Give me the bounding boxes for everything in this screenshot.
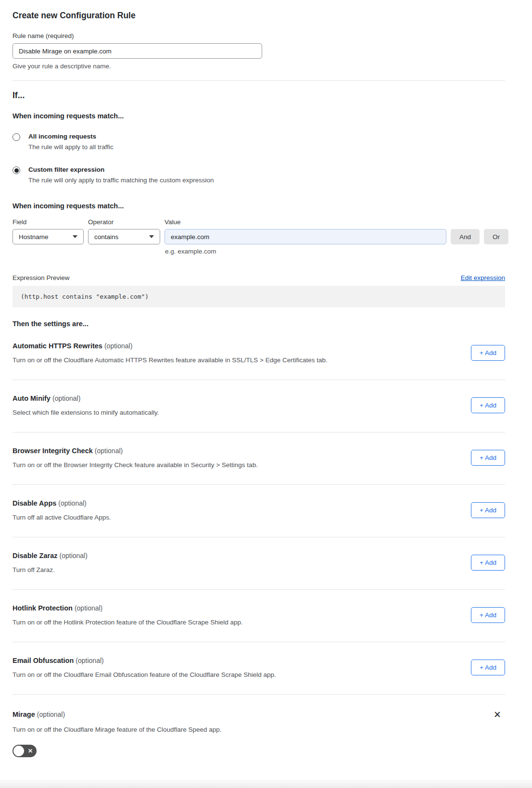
setting-row: Email Obfuscation (optional) Turn on or … xyxy=(13,642,505,695)
radio-option-description: The rule will only apply to traffic matc… xyxy=(28,177,214,184)
radio-option-custom-filter[interactable]: Custom filter expression The rule will o… xyxy=(13,166,505,184)
setting-description: Turn on or off the Cloudflare Automatic … xyxy=(13,356,328,364)
setting-row: Disable Apps (optional) Turn off all act… xyxy=(13,485,505,537)
rule-name-label: Rule name (required) xyxy=(13,32,505,39)
setting-title: Email Obfuscation (optional) xyxy=(13,657,276,664)
setting-title: Disable Zaraz (optional) xyxy=(13,552,88,559)
setting-name: Browser Integrity Check xyxy=(13,447,93,455)
setting-row: Hotlink Protection (optional) Turn on or… xyxy=(13,590,505,642)
setting-title: Automatic HTTPS Rewrites (optional) xyxy=(13,342,328,350)
page-title: Create new Configuration Rule xyxy=(13,11,505,21)
edit-expression-link[interactable]: Edit expression xyxy=(461,274,505,281)
setting-title: Browser Integrity Check (optional) xyxy=(13,447,258,455)
and-button[interactable]: And xyxy=(451,229,480,244)
radio-option-all-incoming[interactable]: All incoming requests The rule will appl… xyxy=(13,133,505,151)
setting-name: Hotlink Protection xyxy=(13,604,73,612)
value-input[interactable] xyxy=(165,229,446,244)
setting-optional-label: (optional) xyxy=(52,394,80,402)
operator-label: Operator xyxy=(88,218,160,226)
radio-option-label: All incoming requests xyxy=(28,133,114,140)
if-heading: If... xyxy=(13,90,505,101)
setting-row: Automatic HTTPS Rewrites (optional) Turn… xyxy=(13,328,505,380)
add-button[interactable]: + Add xyxy=(471,345,505,361)
value-hint: e.g. example.com xyxy=(165,248,505,255)
setting-title: Disable Apps (optional) xyxy=(13,499,111,507)
setting-description: Turn off all active Cloudflare Apps. xyxy=(13,514,111,521)
mirage-title: Mirage xyxy=(13,711,35,718)
toggle-off-icon: ✕ xyxy=(28,748,33,754)
match-heading: When incoming requests match... xyxy=(13,112,505,120)
value-label: Value xyxy=(165,218,446,226)
setting-row: Auto Minify (optional) Select which file… xyxy=(13,380,505,432)
setting-description: Turn on or off the Browser Integrity Che… xyxy=(13,461,258,469)
operator-select[interactable]: contains xyxy=(88,229,160,244)
setting-name: Disable Zaraz xyxy=(13,552,58,559)
setting-optional-label: (optional) xyxy=(76,657,103,664)
add-button[interactable]: + Add xyxy=(471,502,505,518)
section-divider xyxy=(13,80,505,81)
setting-name: Disable Apps xyxy=(13,499,56,507)
radio-button-all-incoming[interactable] xyxy=(13,133,20,141)
setting-name: Auto Minify xyxy=(13,394,51,402)
setting-optional-label: (optional) xyxy=(58,499,86,507)
setting-row: Disable Zaraz (optional) Turn off Zaraz.… xyxy=(13,537,505,590)
add-button[interactable]: + Add xyxy=(471,450,505,466)
mirage-description: Turn on or off the Cloudflare Mirage fea… xyxy=(13,726,505,733)
setting-title: Mirage (optional) xyxy=(13,711,65,718)
field-label: Field xyxy=(13,218,84,226)
or-button[interactable]: Or xyxy=(484,229,508,244)
setting-optional-label: (optional) xyxy=(60,552,88,559)
settings-rows: Automatic HTTPS Rewrites (optional) Turn… xyxy=(13,328,505,695)
rule-name-input[interactable] xyxy=(13,43,262,59)
toggle-knob xyxy=(13,746,24,756)
setting-description: Turn on or off the Hotlink Protection fe… xyxy=(13,619,243,626)
setting-optional-label: (optional) xyxy=(104,342,132,350)
rule-name-help: Give your rule a descriptive name. xyxy=(13,63,505,70)
add-button[interactable]: + Add xyxy=(471,555,505,571)
setting-description: Select which file extensions to minify a… xyxy=(13,409,159,416)
then-settings-heading: Then the settings are... xyxy=(13,320,505,328)
setting-optional-label: (optional) xyxy=(95,447,123,455)
chevron-down-icon xyxy=(149,235,154,238)
setting-optional-label: (optional) xyxy=(75,604,102,612)
radio-option-description: The rule will apply to all traffic xyxy=(28,143,114,151)
chevron-down-icon xyxy=(73,235,77,238)
setting-row: Browser Integrity Check (optional) Turn … xyxy=(13,432,505,485)
add-button[interactable]: + Add xyxy=(471,397,505,413)
add-button[interactable]: + Add xyxy=(471,660,505,675)
setting-optional-label: (optional) xyxy=(37,711,65,718)
filter-heading: When incoming requests match... xyxy=(13,202,505,210)
radio-button-custom-filter[interactable] xyxy=(13,166,20,174)
expression-preview-label: Expression Preview xyxy=(13,274,70,281)
mirage-toggle[interactable]: ✕ xyxy=(13,745,37,757)
setting-description: Turn on or off the Cloudflare Email Obfu… xyxy=(13,671,276,678)
setting-title: Hotlink Protection (optional) xyxy=(13,604,243,612)
radio-option-label: Custom filter expression xyxy=(28,166,214,173)
setting-description: Turn off Zaraz. xyxy=(13,566,88,573)
operator-select-value: contains xyxy=(94,233,118,241)
close-icon[interactable]: ✕ xyxy=(494,711,501,719)
footer-band xyxy=(0,780,532,788)
setting-title: Auto Minify (optional) xyxy=(13,394,159,402)
mirage-setting: Mirage (optional) ✕ Turn on or off the C… xyxy=(13,695,505,757)
field-select-value: Hostname xyxy=(19,233,49,241)
configuration-rule-page: Create new Configuration Rule Rule name … xyxy=(0,0,532,788)
expression-code: (http.host contains "example.com") xyxy=(13,286,505,307)
setting-name: Automatic HTTPS Rewrites xyxy=(13,342,102,350)
add-button[interactable]: + Add xyxy=(471,607,505,623)
setting-name: Email Obfuscation xyxy=(13,657,74,664)
field-select[interactable]: Hostname xyxy=(13,229,84,244)
